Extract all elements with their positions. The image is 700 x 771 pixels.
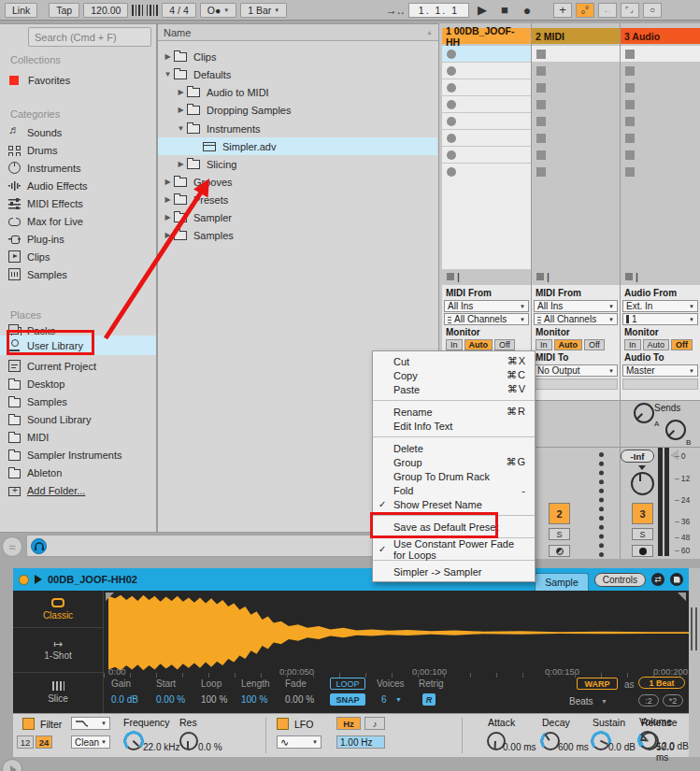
play-button[interactable]: ▶ xyxy=(473,3,492,18)
audio-to-select[interactable]: Master▼ xyxy=(622,364,698,377)
frequency-value[interactable]: 22.0 kHz xyxy=(143,742,179,752)
sidebar-item-sound-library[interactable]: Sound Library xyxy=(8,410,154,428)
clip-slot[interactable] xyxy=(621,46,700,62)
nudge-up-icon[interactable] xyxy=(147,5,158,16)
track-2-activator[interactable]: 2 xyxy=(549,503,570,524)
monitor-off-button[interactable]: Off xyxy=(671,339,693,350)
menu-item-group-to-drum-rack[interactable]: Group To Drum Rack xyxy=(373,469,535,483)
voices-dropdown-icon[interactable]: ▼ xyxy=(395,696,402,703)
frequency-knob[interactable] xyxy=(124,732,143,750)
monitor-in-button[interactable]: In xyxy=(446,339,463,350)
track-stop-row[interactable]: | xyxy=(621,269,700,284)
nudge-down-icon[interactable] xyxy=(132,5,143,16)
tree-name-column-header[interactable]: Name▲ xyxy=(158,24,438,41)
midi-channel-select[interactable]: All Channels▼ xyxy=(444,313,529,325)
clip-slot[interactable] xyxy=(532,147,620,163)
preview-headphones-button[interactable] xyxy=(31,538,47,554)
sidebar-item-user-library[interactable]: User Library xyxy=(0,336,156,355)
fade-value[interactable]: 0.00 % xyxy=(285,694,314,705)
audio-from-select[interactable]: Ext. In▼ xyxy=(622,300,698,312)
start-value[interactable]: 0.00 % xyxy=(156,694,185,705)
sustain-value[interactable]: 0.0 dB xyxy=(608,742,636,752)
clip-slot[interactable] xyxy=(621,147,700,163)
clip-slot[interactable] xyxy=(442,113,531,129)
menu-item-delete[interactable]: Delete xyxy=(373,441,535,455)
menu-item-group[interactable]: Group⌘G xyxy=(373,455,535,469)
mode-slice-tab[interactable]: Slice xyxy=(13,673,103,712)
sidebar-item-drums[interactable]: Drums xyxy=(8,141,154,159)
sustain-knob[interactable] xyxy=(592,732,610,750)
filter-slope-12-button[interactable]: 12 xyxy=(17,735,34,749)
midi-from-select[interactable]: All Ins▼ xyxy=(444,300,529,312)
length-value[interactable]: 100 % xyxy=(241,694,267,705)
menu-item-rename[interactable]: Rename⌘R xyxy=(373,405,535,419)
menu-item-cut[interactable]: Cut⌘X xyxy=(373,354,535,368)
lfo-enable-checkbox[interactable] xyxy=(277,718,289,730)
warp-beat-field[interactable]: 1 Beat xyxy=(638,677,685,689)
clip-slot[interactable] xyxy=(621,96,700,112)
warp-double-button[interactable]: *2 xyxy=(663,694,683,707)
track-2-header[interactable]: 2 MIDI xyxy=(532,28,620,44)
clip-slot[interactable] xyxy=(442,130,531,146)
menu-item-show-preset-name[interactable]: ✓Show Preset Name xyxy=(373,497,535,511)
save-preset-icon[interactable] xyxy=(670,573,683,586)
follow-icon[interactable]: →‥ xyxy=(386,3,405,18)
search-input[interactable] xyxy=(28,27,151,47)
clip-slot[interactable] xyxy=(532,96,620,112)
sidebar-item-add-folder[interactable]: Add Folder... xyxy=(8,481,154,499)
menu-item-save-as-default-preset[interactable]: Save as Default Preset xyxy=(373,520,535,534)
clip-slot[interactable] xyxy=(621,113,700,129)
clip-slot[interactable] xyxy=(442,164,531,179)
tree-item-slicing[interactable]: ▶Slicing xyxy=(158,155,437,173)
menu-item-edit-info-text[interactable]: Edit Info Text xyxy=(373,419,535,433)
tab-sample[interactable]: Sample xyxy=(535,573,589,591)
midi-channel-select[interactable]: All Channels▼ xyxy=(534,313,618,325)
sidebar-item-ableton[interactable]: Ableton xyxy=(8,464,154,481)
lfo-hz-button[interactable]: Hz xyxy=(336,717,361,730)
tree-item-presets[interactable]: ▶Presets xyxy=(158,191,437,208)
sidebar-item-desktop[interactable]: Desktop xyxy=(8,375,154,393)
clip-slot[interactable] xyxy=(621,79,700,95)
monitor-in-button[interactable]: In xyxy=(536,339,552,350)
warp-half-button[interactable]: :2 xyxy=(638,694,659,707)
re-enable-automation-button[interactable]: ← xyxy=(598,3,617,18)
tree-item-clips[interactable]: ▶Clips xyxy=(158,48,437,65)
sidebar-item-sounds[interactable]: Sounds xyxy=(8,123,154,141)
tree-item-defaults[interactable]: ▼Defaults xyxy=(158,65,437,83)
track-3-header[interactable]: 3 Audio xyxy=(621,28,700,44)
mode-one-shot-tab[interactable]: ↦1-Shot xyxy=(13,628,103,673)
decay-knob[interactable] xyxy=(541,732,560,750)
warp-mode-dropdown-icon[interactable]: ▼ xyxy=(601,698,607,705)
track-2-solo-button[interactable]: S xyxy=(549,528,570,540)
warp-button[interactable]: WARP xyxy=(577,678,618,690)
sidebar-item-midi-effects[interactable]: MIDI Effects xyxy=(8,194,154,212)
monitor-auto-button[interactable]: Auto xyxy=(554,339,583,350)
voices-value[interactable]: 6 xyxy=(381,694,387,705)
gain-value[interactable]: 0.0 dB xyxy=(111,694,138,705)
sidebar-item-current-project[interactable]: Current Project xyxy=(8,357,154,375)
track-stop-row[interactable]: | xyxy=(442,269,531,284)
clip-slot[interactable] xyxy=(532,63,620,79)
track-3-activator[interactable]: 3 xyxy=(632,503,653,524)
sidebar-item-instruments[interactable]: Instruments xyxy=(8,159,154,177)
session-record-button[interactable]: ○ xyxy=(643,3,662,18)
volume-value[interactable]: -12.0 dB xyxy=(653,741,689,751)
decay-value[interactable]: 600 ms xyxy=(558,742,589,752)
tree-item-samples[interactable]: ▶Samples xyxy=(158,226,437,244)
waveform-toggle-icon[interactable]: ≈ xyxy=(2,536,22,557)
mode-classic-tab[interactable]: Classic xyxy=(13,591,103,628)
tree-item-grooves[interactable]: ▶Grooves xyxy=(158,173,437,191)
punch-brackets-button[interactable]: ⌜⌟ xyxy=(621,3,639,18)
attack-value[interactable]: 0.00 ms xyxy=(503,742,536,752)
lfo-rate-field[interactable]: 1.00 Hz xyxy=(336,735,385,749)
res-knob[interactable] xyxy=(179,732,198,750)
loop-button[interactable]: LOOP xyxy=(330,678,365,690)
clip-slot[interactable] xyxy=(442,63,531,79)
quantize-menu[interactable]: 1 Bar▼ xyxy=(240,3,287,18)
waveform-zoom-handle[interactable] xyxy=(691,607,697,650)
track-3-volume-field[interactable]: -Inf xyxy=(621,450,654,463)
clip-slot[interactable] xyxy=(621,63,700,79)
device-on-icon[interactable] xyxy=(19,575,29,585)
monitor-off-button[interactable]: Off xyxy=(494,339,515,350)
tree-item-dropping-samples[interactable]: ▶Dropping Samples xyxy=(158,101,437,119)
